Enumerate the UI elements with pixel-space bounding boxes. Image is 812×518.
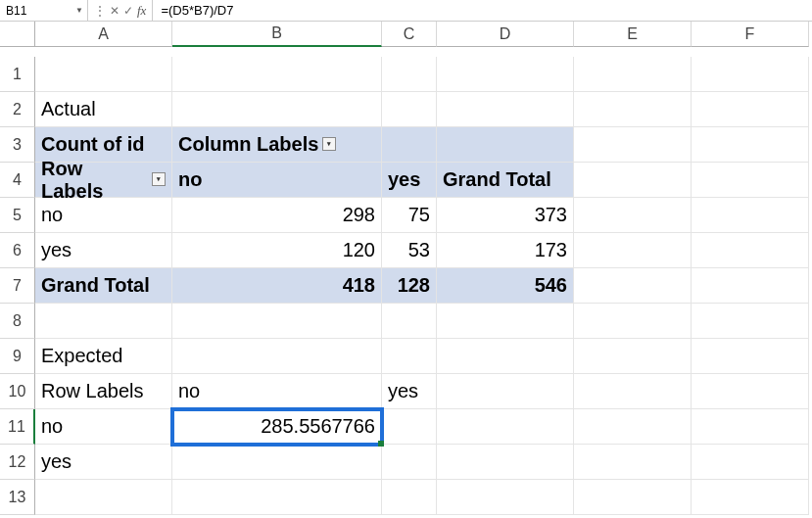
cancel-icon[interactable]: ✕ (110, 4, 119, 18)
cell-B5[interactable]: 298 (172, 198, 382, 233)
cell-E12[interactable] (574, 445, 692, 480)
cell-D10[interactable] (437, 374, 574, 409)
row-header-6[interactable]: 6 (0, 233, 35, 268)
cell-B10[interactable]: no (172, 374, 382, 409)
cell-E1[interactable] (574, 57, 692, 92)
row-header-12[interactable]: 12 (0, 445, 35, 480)
cell-F8[interactable] (692, 304, 809, 339)
cell-D7[interactable]: 546 (437, 268, 574, 304)
cell-D9[interactable] (437, 339, 574, 374)
cell-B6[interactable]: 120 (172, 233, 382, 268)
cell-F12[interactable] (692, 445, 809, 480)
row-header-13[interactable]: 13 (0, 480, 35, 515)
cell-E9[interactable] (574, 339, 692, 374)
cell-B11[interactable]: 285.5567766 (172, 409, 382, 445)
row-header-7[interactable]: 7 (0, 268, 35, 304)
cell-C9[interactable] (382, 339, 437, 374)
cell-B4[interactable]: no (172, 163, 382, 198)
cell-D5[interactable]: 373 (437, 198, 574, 233)
col-header-F[interactable]: F (692, 22, 809, 47)
cell-C7[interactable]: 128 (382, 268, 437, 304)
cell-F6[interactable] (692, 233, 809, 268)
cell-A6[interactable]: yes (35, 233, 172, 268)
cell-D3[interactable] (437, 127, 574, 163)
cell-D6[interactable]: 173 (437, 233, 574, 268)
cell-C11[interactable] (382, 409, 437, 445)
row-header-5[interactable]: 5 (0, 198, 35, 233)
row-header-8[interactable]: 8 (0, 304, 35, 339)
row-header-3[interactable]: 3 (0, 127, 35, 163)
cell-F13[interactable] (692, 480, 809, 515)
col-header-D[interactable]: D (437, 22, 574, 47)
cell-E4[interactable] (574, 163, 692, 198)
cell-E7[interactable] (574, 268, 692, 304)
row-header-9[interactable]: 9 (0, 339, 35, 374)
cell-E6[interactable] (574, 233, 692, 268)
cell-C12[interactable] (382, 445, 437, 480)
cell-C8[interactable] (382, 304, 437, 339)
formula-input[interactable]: =(D5*B7)/D7 (153, 0, 812, 21)
cell-D8[interactable] (437, 304, 574, 339)
cell-E2[interactable] (574, 92, 692, 127)
row-header-2[interactable]: 2 (0, 92, 35, 127)
cell-A8[interactable] (35, 304, 172, 339)
fx-icon[interactable]: fx (137, 3, 146, 19)
row-header-11[interactable]: 11 (0, 409, 35, 445)
cell-F1[interactable] (692, 57, 809, 92)
cell-E11[interactable] (574, 409, 692, 445)
cell-D12[interactable] (437, 445, 574, 480)
cell-C2[interactable] (382, 92, 437, 127)
cell-B3[interactable]: Column Labels ▾ (172, 127, 382, 163)
cell-E5[interactable] (574, 198, 692, 233)
cell-F4[interactable] (692, 163, 809, 198)
fill-handle[interactable] (378, 441, 384, 447)
cell-C10[interactable]: yes (382, 374, 437, 409)
cell-B2[interactable] (172, 92, 382, 127)
cell-B12[interactable] (172, 445, 382, 480)
cell-D13[interactable] (437, 480, 574, 515)
cell-A10[interactable]: Row Labels (35, 374, 172, 409)
cell-A2[interactable]: Actual (35, 92, 172, 127)
cell-F9[interactable] (692, 339, 809, 374)
col-header-C[interactable]: C (382, 22, 437, 47)
cell-D1[interactable] (437, 57, 574, 92)
cell-F2[interactable] (692, 92, 809, 127)
row-header-1[interactable]: 1 (0, 57, 35, 92)
cell-D11[interactable] (437, 409, 574, 445)
cell-B8[interactable] (172, 304, 382, 339)
cell-F3[interactable] (692, 127, 809, 163)
cell-B9[interactable] (172, 339, 382, 374)
accept-icon[interactable]: ✓ (123, 4, 133, 18)
cell-D2[interactable] (437, 92, 574, 127)
cell-B1[interactable] (172, 57, 382, 92)
cell-B13[interactable] (172, 480, 382, 515)
col-header-A[interactable]: A (35, 22, 172, 47)
cell-E10[interactable] (574, 374, 692, 409)
cell-A7[interactable]: Grand Total (35, 268, 172, 304)
cell-B7[interactable]: 418 (172, 268, 382, 304)
select-all-corner[interactable] (0, 22, 35, 47)
row-header-4[interactable]: 4 (0, 163, 35, 198)
filter-button-rows[interactable]: ▾ (152, 172, 166, 186)
cell-F5[interactable] (692, 198, 809, 233)
cell-A9[interactable]: Expected (35, 339, 172, 374)
row-header-10[interactable]: 10 (0, 374, 35, 409)
cell-A4[interactable]: Row Labels ▾ (35, 163, 172, 198)
col-header-B[interactable]: B (172, 22, 382, 47)
cell-A5[interactable]: no (35, 198, 172, 233)
filter-button-columns[interactable]: ▾ (322, 137, 336, 151)
cell-C6[interactable]: 53 (382, 233, 437, 268)
cell-F7[interactable] (692, 268, 809, 304)
cell-C3[interactable] (382, 127, 437, 163)
cell-C13[interactable] (382, 480, 437, 515)
cell-D4[interactable]: Grand Total (437, 163, 574, 198)
cell-F10[interactable] (692, 374, 809, 409)
col-header-E[interactable]: E (574, 22, 692, 47)
cell-C4[interactable]: yes (382, 163, 437, 198)
chevron-down-icon[interactable]: ▼ (75, 6, 83, 15)
cell-A11[interactable]: no (35, 409, 172, 445)
cell-C5[interactable]: 75 (382, 198, 437, 233)
cell-E8[interactable] (574, 304, 692, 339)
cell-A12[interactable]: yes (35, 445, 172, 480)
cell-C1[interactable] (382, 57, 437, 92)
